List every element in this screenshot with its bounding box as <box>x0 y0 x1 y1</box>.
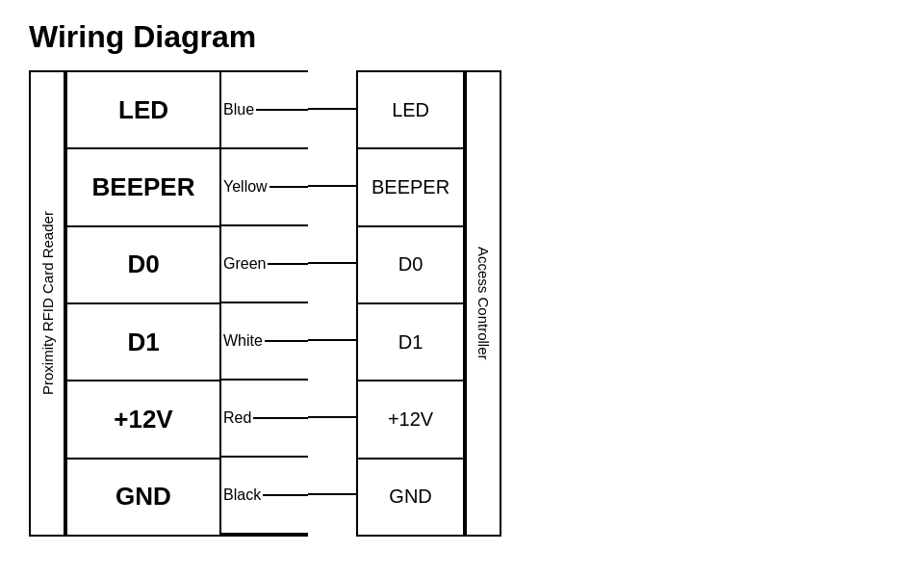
reader-cell: BEEPER <box>66 148 220 225</box>
wire-label: White <box>221 332 265 350</box>
gap-section <box>308 70 356 537</box>
right-label: Access Controller <box>465 70 501 537</box>
diagram-wrapper: Proximity RFID Card Reader LEDBEEPERD0D1… <box>29 70 895 537</box>
wire-combo-row: Blue <box>221 72 308 149</box>
wire-label: Red <box>221 409 253 427</box>
gap-row <box>308 224 356 302</box>
gap-row <box>308 456 356 533</box>
reader-cell: GND <box>66 459 220 536</box>
wire-combo-row: Yellow <box>221 149 308 226</box>
wire-combo-row: Red <box>221 381 308 458</box>
wire-combo-row: Black <box>221 458 308 535</box>
wire-label: Yellow <box>221 178 270 196</box>
controller-cell: D0 <box>357 226 464 303</box>
reader-cell: D0 <box>66 226 220 303</box>
controller-table: LEDBEEPERD0D1+12VGND <box>356 70 465 537</box>
wire-combo-row: Green <box>221 226 308 303</box>
reader-cell: LED <box>66 71 220 148</box>
reader-table: LEDBEEPERD0D1+12VGND <box>65 70 221 537</box>
gap-row <box>308 147 356 224</box>
wire-label: Green <box>221 255 268 273</box>
controller-cell: +12V <box>357 381 464 458</box>
reader-cell: +12V <box>66 381 220 458</box>
page-container: Wiring Diagram Proximity RFID Card Reade… <box>0 0 924 556</box>
reader-cell: D1 <box>66 303 220 381</box>
wire-label: Black <box>221 486 263 504</box>
wire-section: BlueYellowGreenWhiteRedBlack <box>221 70 308 537</box>
gap-row <box>308 302 356 379</box>
controller-cell: D1 <box>357 303 464 381</box>
gap-row <box>308 379 356 456</box>
left-label: Proximity RFID Card Reader <box>29 70 65 537</box>
wire-label: Blue <box>221 101 256 118</box>
wire-combo-row: White <box>221 303 308 381</box>
gap-row <box>308 70 356 147</box>
page-title: Wiring Diagram <box>29 19 895 55</box>
controller-cell: GND <box>357 459 464 536</box>
controller-cell: BEEPER <box>357 148 464 225</box>
controller-cell: LED <box>357 71 464 148</box>
